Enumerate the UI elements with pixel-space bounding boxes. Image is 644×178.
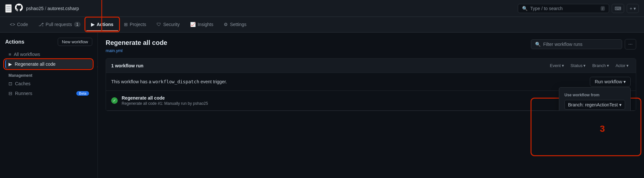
actor-filter-button[interactable]: Actor ▾ xyxy=(614,62,631,69)
tab-insights-label: Insights xyxy=(198,22,213,27)
dispatch-notice: This workflow has a workflow_dispatch ev… xyxy=(106,73,636,91)
search-bar[interactable]: 🔍 Type / to search / xyxy=(518,4,609,13)
actor-chevron-icon: ▾ xyxy=(626,63,629,68)
branch-select-button[interactable]: Branch: regenActionTest ▾ xyxy=(564,100,625,110)
top-nav-right: 🔍 Type / to search / ⌨ + ▾ xyxy=(518,4,639,13)
top-nav-left: ☰ pshao25 / autorest.csharp xyxy=(5,4,514,13)
beta-badge: Beta xyxy=(76,91,89,96)
sidebar-header: Actions New workflow xyxy=(5,38,92,46)
tab-security[interactable]: 🛡 Security xyxy=(152,19,184,31)
caches-icon: ⊡ xyxy=(8,81,12,86)
pr-icon: ⎇ xyxy=(38,22,44,27)
workflow-icon: ▶ xyxy=(8,62,12,67)
annotation-3: 3 xyxy=(600,124,605,134)
sidebar-item-runners[interactable]: ⊟ Runners Beta xyxy=(5,89,92,98)
dispatch-notice-text2: event trigger. xyxy=(201,79,227,84)
dispatch-popup-title: Use workflow from xyxy=(564,93,625,97)
tab-code-label: Code xyxy=(17,22,28,27)
tab-code[interactable]: <> Code xyxy=(5,19,33,31)
workflow-info: Regenerate all code main.yml xyxy=(106,39,167,53)
breadcrumb: pshao25 / autorest.csharp xyxy=(26,6,79,11)
actions-icon: ▶ xyxy=(91,22,95,27)
github-logo xyxy=(15,4,23,13)
content-header: Regenerate all code main.yml 🔍 Filter wo… xyxy=(106,39,636,53)
filter-placeholder: Filter workflow runs xyxy=(543,42,583,47)
run-workflow-chevron-icon: ▾ xyxy=(623,79,626,84)
tab-projects-label: Projects xyxy=(130,22,146,27)
tab-pr-label: Pull requests xyxy=(46,22,72,27)
run-workflow-trigger-button[interactable]: Run workflow ▾ xyxy=(590,77,631,87)
all-workflows-icon: ≡ xyxy=(8,52,11,57)
breadcrumb-sep: / xyxy=(45,6,46,11)
run-meta: Regenerate all code #1: Manually run by … xyxy=(122,101,594,106)
terminal-button[interactable]: ⌨ xyxy=(612,4,624,13)
filter-bar: 🔍 Filter workflow runs ··· xyxy=(531,39,636,49)
status-filter-button[interactable]: Status ▾ xyxy=(569,62,588,69)
sidebar-caches-label: Caches xyxy=(15,81,30,86)
add-button[interactable]: + ▾ xyxy=(627,4,639,13)
breadcrumb-repo[interactable]: autorest.csharp xyxy=(48,6,79,11)
breadcrumb-user[interactable]: pshao25 xyxy=(26,6,44,11)
projects-icon: ⊞ xyxy=(124,22,128,27)
security-icon: 🛡 xyxy=(157,22,161,27)
management-section-title: Management xyxy=(5,69,92,79)
branch-filter-label: Branch xyxy=(592,63,606,68)
sidebar-runners-label: Runners xyxy=(15,91,32,96)
status-filter-label: Status xyxy=(571,63,583,68)
status-chevron-icon: ▾ xyxy=(583,63,586,68)
top-nav: ☰ pshao25 / autorest.csharp 🔍 Type / to … xyxy=(0,0,644,17)
new-workflow-button[interactable]: New workflow xyxy=(58,38,92,46)
dispatch-notice-text1: This workflow has a xyxy=(111,79,151,84)
actor-filter-label: Actor xyxy=(616,63,625,68)
branch-select-label: Branch: regenActionTest xyxy=(568,102,618,107)
event-chevron-icon: ▾ xyxy=(562,63,564,68)
search-shortcut-badge: / xyxy=(601,6,605,11)
runners-icon: ⊟ xyxy=(8,91,12,96)
pr-badge: 1 xyxy=(74,22,81,27)
sidebar-item-caches[interactable]: ⊡ Caches xyxy=(5,79,92,88)
run-name-link[interactable]: Regenerate all code xyxy=(122,95,165,101)
content-area: Regenerate all code main.yml 🔍 Filter wo… xyxy=(98,33,644,178)
run-status-success-icon: ✓ xyxy=(111,97,118,104)
tab-pull-requests[interactable]: ⎇ Pull requests 1 xyxy=(34,19,85,31)
tab-settings[interactable]: ⚙ Settings xyxy=(219,19,251,31)
sidebar-all-workflows-label: All workflows xyxy=(14,52,40,57)
dispatch-text: This workflow has a workflow_dispatch ev… xyxy=(111,79,227,84)
repo-nav: <> Code ⎇ Pull requests 1 ▶ Actions ⊞ Pr… xyxy=(0,17,644,33)
run-info: Regenerate all code Regenerate all code … xyxy=(122,95,594,106)
tab-actions[interactable]: ▶ Actions xyxy=(86,19,118,31)
hamburger-button[interactable]: ☰ xyxy=(5,4,12,13)
branch-filter-button[interactable]: Branch ▾ xyxy=(590,62,611,69)
workflow-file-link[interactable]: main.yml xyxy=(106,48,123,53)
tab-security-label: Security xyxy=(163,22,180,27)
branch-select-chevron-icon: ▾ xyxy=(619,102,622,107)
runs-header: 1 workflow run Event ▾ Status ▾ Branch ▾ xyxy=(106,59,636,73)
search-placeholder-text: Type / to search xyxy=(530,6,563,11)
tab-settings-label: Settings xyxy=(230,22,247,27)
filter-search-icon: 🔍 xyxy=(535,42,541,47)
settings-icon: ⚙ xyxy=(224,22,228,27)
branch-chevron-icon: ▾ xyxy=(607,63,609,68)
tab-actions-label: Actions xyxy=(97,22,113,27)
run-workflow-label: Run workflow xyxy=(595,79,622,84)
dispatch-popup: Use workflow from Branch: regenActionTes… xyxy=(559,87,631,111)
sidebar: Actions New workflow ≡ All workflows ▶ R… xyxy=(0,33,98,178)
code-icon: <> xyxy=(10,22,15,27)
sidebar-title: Actions xyxy=(5,39,24,45)
more-options-button[interactable]: ··· xyxy=(625,39,636,49)
tab-insights[interactable]: 📈 Insights xyxy=(186,19,218,31)
sidebar-item-regenerate-all-code[interactable]: ▶ Regenerate all code xyxy=(5,60,92,69)
tab-projects[interactable]: ⊞ Projects xyxy=(119,19,151,31)
event-filter-label: Event xyxy=(550,63,561,68)
runs-count: 1 workflow run xyxy=(111,63,143,68)
search-icon: 🔍 xyxy=(522,6,528,11)
sidebar-item-all-workflows[interactable]: ≡ All workflows xyxy=(5,50,92,59)
sidebar-active-workflow-label: Regenerate all code xyxy=(15,62,55,67)
filter-input[interactable]: 🔍 Filter workflow runs xyxy=(531,39,622,49)
insights-icon: 📈 xyxy=(190,22,196,27)
main-layout: Actions New workflow ≡ All workflows ▶ R… xyxy=(0,33,644,178)
workflow-title: Regenerate all code xyxy=(106,39,167,47)
table-row: ✓ Regenerate all code Regenerate all cod… xyxy=(106,91,636,111)
runs-filters: Event ▾ Status ▾ Branch ▾ Actor ▾ xyxy=(548,62,631,69)
event-filter-button[interactable]: Event ▾ xyxy=(548,62,566,69)
